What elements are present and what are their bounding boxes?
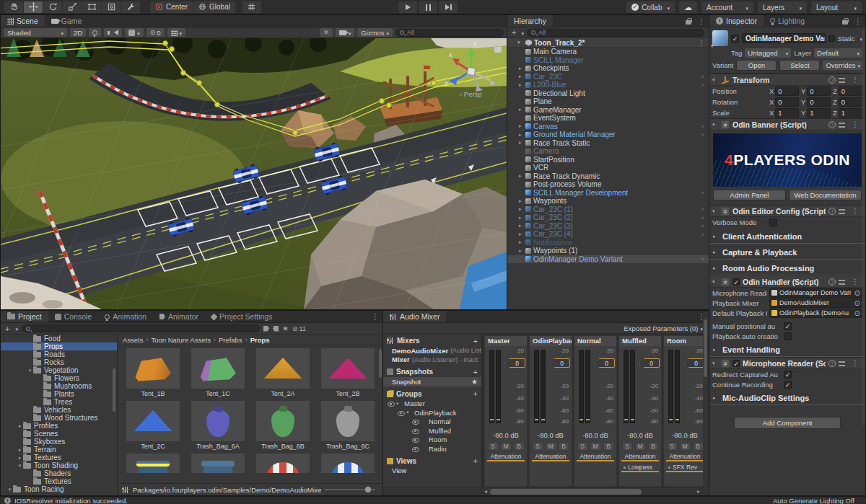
tab-audio-mixer[interactable]: Audio Mixer [383, 311, 446, 322]
asset-item[interactable] [121, 454, 185, 473]
favorites-star-icon[interactable]: ★ [282, 324, 289, 332]
foldout-arrow-icon[interactable]: ▸ [519, 140, 525, 146]
foldout-arrow-icon[interactable]: ▾ [712, 361, 718, 366]
tab-console[interactable]: Console [48, 311, 99, 322]
hierarchy-item[interactable]: ▸ Race Track Static [507, 139, 709, 148]
add-view-button[interactable] [473, 456, 478, 465]
mixer-channel[interactable]: OdinPlayback 20 0 -20 -40 -60 -80 -80.0 … [529, 335, 572, 487]
z-field[interactable]: 1 [839, 108, 862, 118]
asset-item[interactable] [316, 454, 380, 473]
add-mixer-button[interactable] [473, 337, 478, 345]
volume-fader[interactable]: 0 [550, 358, 570, 368]
foldout-arrow-icon[interactable]: ▾ [712, 279, 718, 285]
mixer-row[interactable]: DemoAudioMixer (Audio Liste [383, 346, 481, 355]
hierarchy-item[interactable]: ▸ Car_23C › [507, 73, 709, 81]
active-checkbox[interactable]: ✓ [731, 35, 739, 43]
group-row[interactable]: Room [383, 436, 481, 445]
mixer-channel[interactable]: Normal 20 0 -20 -40 -60 -80 -80.0 dB [574, 335, 617, 487]
tag-dropdown[interactable]: Untagged [745, 48, 791, 58]
folder-row[interactable]: Props [1, 342, 117, 350]
toggle-checkbox[interactable] [784, 332, 792, 340]
foldout-arrow-icon[interactable]: ▸ [519, 239, 525, 245]
component-menu-icon[interactable] [848, 359, 862, 367]
verbose-mode-checkbox[interactable] [769, 218, 777, 226]
prefab-chevron-icon[interactable]: › [701, 255, 709, 262]
breadcrumb-item[interactable]: Prefabs [219, 336, 242, 344]
help-icon[interactable] [828, 121, 836, 128]
toggle-checkbox[interactable]: ✓ [784, 381, 792, 389]
hand-tool-button[interactable] [4, 1, 23, 13]
object-field[interactable]: DemoAudioMixer [769, 299, 862, 308]
component-menu-icon[interactable] [848, 76, 862, 84]
asset-item[interactable]: Trash_Bag_6C [316, 401, 380, 450]
prefab-chevron-icon[interactable]: › [701, 214, 709, 221]
foldout-arrow-icon[interactable]: ▸ [519, 206, 525, 212]
add-component-button[interactable]: Add Component [734, 417, 841, 429]
overrides-dropdown[interactable]: Overrides [823, 61, 862, 70]
orientation-toggle-button[interactable]: Global [193, 1, 235, 13]
y-field[interactable]: 0 [807, 87, 831, 96]
hierarchy-item[interactable]: EventSystem [507, 114, 709, 123]
asset-item[interactable]: Trash_Bag_6B [251, 401, 315, 450]
effect-slot[interactable]: Lowpass [621, 464, 659, 472]
foldout-arrow-icon[interactable]: ▸ [17, 423, 23, 429]
tab-project-settings[interactable]: Project Settings [205, 311, 279, 322]
x-field[interactable]: 0 [775, 97, 799, 107]
create-asset-button[interactable] [5, 324, 9, 333]
x-field[interactable]: 0 [775, 87, 799, 96]
preset-icon[interactable] [839, 209, 845, 214]
folder-row[interactable]: Trees [1, 398, 117, 406]
hierarchy-item[interactable]: Plane [507, 97, 709, 106]
hierarchy-item[interactable]: OdinManager Demo Variant › [507, 255, 709, 264]
gameobject-name-field[interactable]: OdinManager Demo Variant [742, 33, 826, 43]
hierarchy-item[interactable]: ▸ Checkpints [507, 64, 709, 73]
scene-grid-dropdown[interactable] [167, 28, 186, 37]
asset-item[interactable] [251, 454, 315, 473]
asset-item[interactable]: Tent_1C [186, 348, 250, 397]
admin-panel-button[interactable]: Admin Panel [713, 190, 786, 200]
object-picker-icon[interactable] [854, 289, 860, 297]
mute-button[interactable]: M [680, 442, 691, 451]
foldout-arrow-icon[interactable]: ▸ [519, 82, 525, 88]
folder-tree-scrollbar[interactable] [113, 368, 115, 412]
attenuation-effect-slot[interactable]: Attenuation [621, 453, 659, 461]
hierarchy-item[interactable]: ▸ Ground Material Manager › [507, 131, 709, 139]
preset-icon[interactable] [839, 280, 845, 285]
filter-type-icon[interactable] [263, 326, 269, 332]
config-foldout[interactable]: ▸ Room Audio Processing [709, 262, 865, 275]
hidden-count-toggle[interactable]: ⊘11 [292, 325, 306, 332]
bypass-button[interactable]: B [514, 442, 525, 451]
hierarchy-item[interactable]: ▸ Car_23C (3) › [507, 222, 709, 231]
folder-row[interactable]: Mushrooms [1, 382, 117, 390]
layers-dropdown[interactable]: Layers [758, 1, 807, 13]
volume-fader[interactable]: 0 [684, 358, 704, 368]
breadcrumb-item[interactable]: Assets [123, 336, 144, 344]
asset-item[interactable]: Tent_2B [316, 348, 380, 397]
tab-hierarchy[interactable]: Hierarchy [507, 15, 553, 27]
prefab-select-button[interactable]: Select [779, 60, 820, 71]
hierarchy-search-input[interactable]: All [527, 29, 704, 37]
folder-row[interactable]: Food [1, 335, 117, 342]
hierarchy-item[interactable]: ▸ Waypoints [507, 197, 709, 205]
hierarchy-item[interactable]: ▸ Car_23C (2) › [507, 213, 709, 222]
component-enabled-checkbox[interactable]: ✓ [732, 278, 740, 286]
hierarchy-item[interactable]: StartPosition [507, 156, 709, 164]
hierarchy-item[interactable]: ▸ GameManager [507, 106, 709, 115]
hierarchy-item[interactable]: ▸ Race Track Dynamic [507, 172, 709, 181]
foldout-arrow-icon[interactable]: ▾ [17, 463, 23, 469]
mixer-vertical-scrollbar[interactable] [703, 312, 708, 494]
scene-audio-toggle[interactable] [104, 28, 122, 37]
solo-button[interactable]: S [533, 442, 543, 451]
tab-animation[interactable]: Animation [98, 311, 153, 322]
component-menu-icon[interactable] [848, 207, 862, 215]
eye-icon[interactable] [412, 428, 419, 434]
default-snapshot-star-icon[interactable] [471, 378, 478, 386]
foldout-arrow-icon[interactable]: ▸ [519, 198, 525, 204]
folder-row[interactable]: ▾ Toon Racing [1, 485, 117, 493]
mixer-horizontal-scrollbar[interactable]: ◂ ▸ [383, 487, 709, 495]
mixer-channel[interactable]: Room 20 0 -20 -40 -60 -80 -80.0 dB S [663, 335, 707, 487]
asset-grid-scrollbar[interactable] [379, 349, 382, 378]
eye-icon[interactable] [398, 410, 404, 416]
hierarchy-item[interactable]: ▸ L200-Blue › [507, 81, 709, 89]
rect-tool-button[interactable] [82, 1, 101, 13]
